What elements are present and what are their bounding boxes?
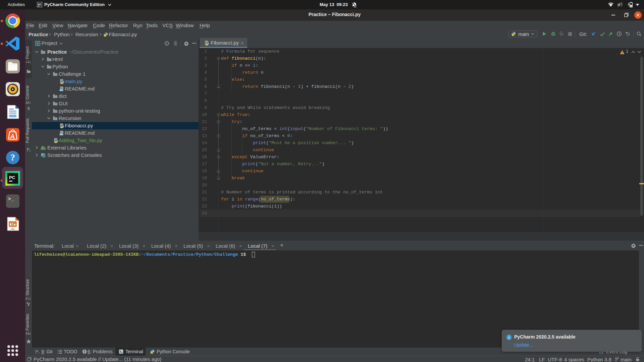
svg-text:MD: MD — [60, 89, 62, 91]
svg-text:PC: PC — [9, 175, 15, 180]
svg-text:>_: >_ — [8, 196, 14, 202]
svg-text:MD: MD — [60, 133, 62, 135]
svg-text:PC: PC — [38, 3, 42, 6]
svg-text:?: ? — [10, 153, 15, 163]
